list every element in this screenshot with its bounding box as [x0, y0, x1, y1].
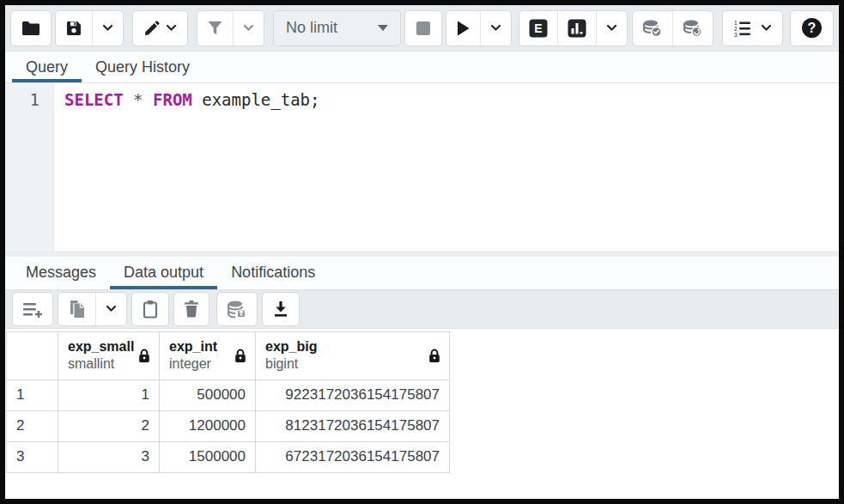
line-number: 1	[5, 90, 39, 109]
paste-button[interactable]	[131, 292, 169, 326]
row-limit-value: No limit	[286, 19, 337, 37]
query-tabbar: Query Query History	[5, 52, 839, 83]
table-cell[interactable]: 6723172036154175807	[256, 441, 450, 472]
save-options-dropdown[interactable]	[92, 11, 123, 46]
table-cell[interactable]: 2	[58, 410, 160, 441]
svg-text:?: ?	[808, 21, 817, 35]
column-header-exp-int[interactable]: exp_int integer	[160, 331, 256, 380]
sql-code-area[interactable]: SELECT * FROM example_tab;	[54, 83, 839, 252]
data-output-grid: exp_small smallint exp_int	[5, 329, 839, 500]
lock-icon	[234, 349, 246, 363]
sql-editor: 1 SELECT * FROM example_tab;	[5, 83, 839, 252]
chevron-down-icon	[490, 24, 501, 32]
table-cell[interactable]: 1200000	[160, 410, 256, 441]
tab-notifications[interactable]: Notifications	[217, 257, 329, 289]
folder-icon	[21, 21, 40, 36]
tab-messages-label: Messages	[26, 264, 96, 282]
play-icon	[456, 20, 471, 37]
editor-gutter: 1	[5, 83, 54, 252]
commit-icon	[642, 19, 663, 38]
open-file-button[interactable]	[10, 10, 52, 46]
download-button[interactable]	[262, 292, 300, 326]
column-name: exp_int	[169, 338, 217, 355]
lock-icon	[428, 349, 440, 363]
column-type: bigint	[265, 355, 317, 373]
filter-options-dropdown[interactable]	[233, 11, 264, 46]
data-output-toolbar	[5, 290, 839, 329]
main-toolbar: No limit	[5, 5, 839, 52]
tab-query[interactable]: Query	[12, 52, 82, 82]
chevron-down-icon	[606, 24, 617, 32]
explain-button[interactable]: E	[519, 11, 557, 46]
tab-notifications-label: Notifications	[231, 264, 315, 282]
explain-options-dropdown[interactable]	[596, 11, 627, 46]
table-cell[interactable]: 9223172036154175807	[256, 380, 450, 410]
copy-icon	[68, 300, 86, 319]
help-icon: ?	[801, 17, 823, 39]
save-button[interactable]	[56, 11, 92, 46]
query-tool-window: No limit	[0, 0, 844, 504]
row-number-cell[interactable]: 1	[7, 380, 58, 410]
transaction-button-group	[632, 10, 713, 46]
execute-button-group	[446, 10, 512, 46]
sql-keyword: SELECT	[64, 90, 124, 109]
copy-button[interactable]	[58, 293, 95, 325]
tab-query-history[interactable]: Query History	[82, 52, 203, 82]
rollback-button[interactable]	[672, 11, 713, 46]
tab-data-output-label: Data output	[124, 264, 203, 282]
chevron-down-icon	[761, 24, 772, 32]
chevron-down-icon	[106, 305, 117, 313]
macros-dropdown-button[interactable]: 123	[722, 10, 783, 46]
filter-button-group	[197, 10, 264, 46]
edit-dropdown-button[interactable]	[132, 10, 188, 46]
row-limit-select[interactable]: No limit	[273, 10, 401, 46]
execute-options-dropdown[interactable]	[480, 11, 511, 46]
result-tabbar: Messages Data output Notifications	[5, 257, 839, 290]
column-name: exp_small	[68, 338, 134, 355]
execute-query-button[interactable]	[446, 11, 480, 46]
tab-data-output[interactable]: Data output	[110, 257, 217, 289]
cancel-query-button[interactable]	[404, 10, 442, 46]
commit-button[interactable]	[633, 11, 672, 46]
sql-code-line: SELECT * FROM example_tab;	[64, 90, 839, 109]
copy-options-dropdown[interactable]	[95, 293, 126, 325]
add-row-button[interactable]	[12, 292, 53, 326]
row-number-cell[interactable]: 2	[7, 410, 58, 441]
svg-text:3: 3	[734, 32, 738, 37]
add-row-icon	[22, 301, 43, 318]
table-cell[interactable]: 3	[58, 441, 160, 472]
results-table: exp_small smallint exp_int	[6, 331, 450, 473]
column-type: smallint	[68, 355, 134, 373]
sql-keyword: FROM	[153, 90, 192, 109]
column-type: integer	[169, 355, 217, 373]
chevron-down-icon	[102, 24, 113, 32]
sql-operator: *	[133, 90, 143, 109]
filter-button[interactable]	[197, 11, 233, 46]
tab-query-label: Query	[26, 58, 68, 76]
tab-messages[interactable]: Messages	[12, 257, 110, 289]
table-cell[interactable]: 1	[58, 380, 160, 410]
table-header-row: exp_small smallint exp_int	[7, 331, 450, 380]
explain-icon: E	[529, 19, 548, 38]
save-data-changes-button[interactable]	[216, 292, 258, 326]
table-row: 2 2 1200000 8123172036154175807	[7, 410, 450, 441]
column-header-exp-small[interactable]: exp_small smallint	[58, 331, 160, 380]
svg-text:E: E	[534, 21, 542, 35]
chevron-down-icon	[166, 24, 177, 32]
row-number-cell[interactable]: 3	[7, 441, 58, 472]
svg-text:2: 2	[734, 26, 738, 32]
table-cell[interactable]: 8123172036154175807	[256, 410, 450, 441]
rollback-icon	[683, 19, 703, 38]
table-cell[interactable]: 500000	[160, 380, 256, 410]
help-button[interactable]: ?	[790, 10, 834, 46]
table-cell[interactable]: 1500000	[160, 441, 256, 472]
column-header-exp-big[interactable]: exp_big bigint	[256, 331, 450, 380]
lock-icon	[138, 349, 150, 363]
corner-header-cell[interactable]	[7, 331, 58, 380]
column-name: exp_big	[265, 338, 317, 355]
svg-text:1: 1	[734, 20, 738, 26]
delete-row-button[interactable]	[173, 292, 209, 326]
pencil-icon	[143, 20, 161, 37]
explain-analyze-button[interactable]	[557, 11, 596, 46]
explain-analyze-icon	[568, 19, 586, 38]
